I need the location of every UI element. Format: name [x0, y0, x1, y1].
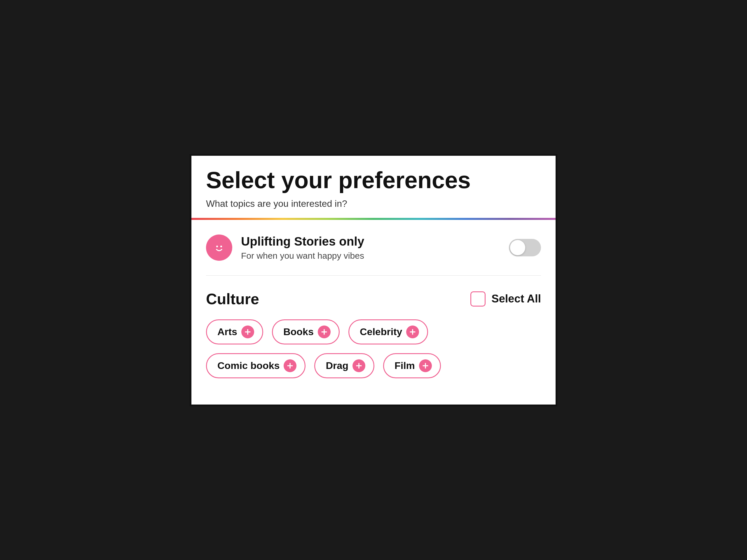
- svg-point-2: [220, 246, 222, 247]
- tag-arts-plus[interactable]: [241, 325, 254, 338]
- select-all-button[interactable]: Select All: [470, 291, 541, 306]
- page-title: Select your preferences: [206, 167, 541, 193]
- uplifting-toggle[interactable]: [509, 239, 541, 257]
- uplifting-description: For when you want happy vibes: [241, 251, 500, 261]
- svg-point-0: [211, 240, 227, 255]
- tags-row-2: Comic books Drag Film: [206, 353, 541, 378]
- section-divider: [206, 275, 541, 276]
- tag-celebrity-label: Celebrity: [360, 326, 403, 338]
- uplifting-toggle-container[interactable]: [509, 239, 541, 257]
- culture-header: Culture Select All: [206, 290, 541, 308]
- svg-point-1: [216, 246, 218, 247]
- smile-icon: [211, 240, 227, 255]
- tags-row-1: Arts Books Celebrity: [206, 319, 541, 344]
- tag-drag-plus[interactable]: [353, 359, 365, 372]
- tag-drag-label: Drag: [326, 360, 348, 371]
- select-all-checkbox[interactable]: [470, 291, 486, 306]
- toggle-knob: [510, 240, 525, 255]
- plus-icon: [422, 362, 429, 369]
- page-subtitle: What topics are you interested in?: [206, 198, 541, 209]
- plus-icon: [321, 328, 328, 336]
- tag-drag[interactable]: Drag: [314, 353, 374, 378]
- screen-container: Select your preferences What topics are …: [190, 154, 557, 406]
- plus-icon: [355, 362, 362, 369]
- tag-film-label: Film: [394, 360, 415, 371]
- tag-film-plus[interactable]: [419, 359, 432, 372]
- plus-icon: [409, 328, 416, 336]
- uplifting-row: Uplifting Stories only For when you want…: [206, 235, 541, 261]
- culture-title: Culture: [206, 290, 470, 308]
- tag-arts-label: Arts: [217, 326, 237, 338]
- tag-books[interactable]: Books: [272, 319, 340, 344]
- tag-comic-books-label: Comic books: [217, 360, 280, 371]
- uplifting-icon: [206, 235, 232, 261]
- plus-icon: [287, 362, 293, 369]
- rainbow-divider: [191, 218, 556, 220]
- tag-comic-books[interactable]: Comic books: [206, 353, 306, 378]
- select-all-label: Select All: [491, 293, 541, 305]
- uplifting-text: Uplifting Stories only For when you want…: [241, 235, 500, 261]
- tag-books-plus[interactable]: [318, 325, 331, 338]
- tag-arts[interactable]: Arts: [206, 319, 263, 344]
- tag-celebrity-plus[interactable]: [406, 325, 419, 338]
- tag-comic-books-plus[interactable]: [284, 359, 297, 372]
- tag-celebrity[interactable]: Celebrity: [349, 319, 428, 344]
- tag-film[interactable]: Film: [383, 353, 441, 378]
- content-section: Uplifting Stories only For when you want…: [191, 220, 556, 404]
- plus-icon: [244, 328, 251, 336]
- tag-books-label: Books: [283, 326, 314, 338]
- uplifting-title: Uplifting Stories only: [241, 235, 500, 248]
- header-section: Select your preferences What topics are …: [191, 156, 556, 218]
